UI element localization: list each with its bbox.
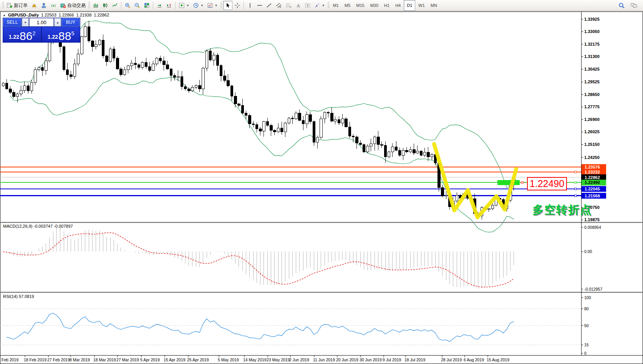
- candle-body: [45, 61, 48, 70]
- auto-scroll-button[interactable]: [155, 1, 164, 10]
- volume-input[interactable]: [29, 18, 54, 26]
- candle-body: [181, 77, 183, 87]
- toolbar-grip[interactable]: [220, 2, 222, 9]
- sell-price-big: 86: [20, 31, 32, 41]
- annotation-cn-text[interactable]: 多空转折点: [532, 202, 592, 218]
- chevron-down-icon: ▼: [201, 4, 204, 7]
- tab-timeframe-m5[interactable]: M5: [342, 0, 353, 10]
- bar-chart-mode-button[interactable]: [91, 1, 100, 10]
- candle-body: [109, 49, 112, 61]
- rsi-tick-label: 0: [584, 351, 587, 356]
- price-tick-label: 1.30425: [584, 67, 600, 71]
- candle-body: [116, 58, 119, 69]
- horizontal-line-tool-button[interactable]: [255, 1, 264, 10]
- macd-tick-label: 0.008954: [584, 225, 601, 230]
- open-value: 1.22503: [41, 13, 56, 17]
- line-handle[interactable]: [575, 171, 577, 173]
- auto-trading-button[interactable]: 自动交易: [58, 1, 87, 10]
- buy-price-display[interactable]: 1.22 88 5: [42, 27, 80, 42]
- toolbar-grip[interactable]: [2, 2, 4, 9]
- vertical-line-tool-button[interactable]: [245, 1, 255, 10]
- trendline-tool-button[interactable]: [265, 1, 274, 10]
- text-tool-button[interactable]: A: [293, 1, 303, 10]
- candle-body: [191, 88, 194, 91]
- zoom-out-button[interactable]: [133, 1, 142, 10]
- low-value: 1.21938: [76, 13, 92, 17]
- price-callout-label[interactable]: 1.22490: [527, 177, 567, 190]
- rsi-tick-label: 100: [584, 295, 591, 300]
- zoom-in-button[interactable]: [123, 1, 132, 10]
- tab-timeframe-m30[interactable]: M30: [368, 0, 381, 10]
- candle-body: [152, 64, 155, 70]
- candle-body: [291, 118, 294, 119]
- line-handle[interactable]: [575, 182, 577, 184]
- sell-button[interactable]: SELL: [3, 18, 22, 26]
- candle-body: [381, 145, 383, 146]
- candle-body: [309, 114, 312, 122]
- search-button[interactable]: [617, 1, 626, 10]
- candle-body: [395, 147, 398, 150]
- candle-body: [413, 150, 416, 153]
- channel-tool-button[interactable]: E: [274, 1, 283, 10]
- tab-timeframe-h1[interactable]: H1: [381, 0, 392, 10]
- line-chart-mode-button[interactable]: [110, 1, 119, 10]
- deposit-button[interactable]: [30, 1, 39, 10]
- tab-timeframe-m15[interactable]: M15: [353, 0, 367, 10]
- indicators-button[interactable]: ▼: [177, 1, 191, 10]
- collapse-arrow-icon[interactable]: ▲: [3, 13, 6, 17]
- candle-body: [366, 146, 369, 152]
- fibonacci-tool-button[interactable]: F: [284, 1, 293, 10]
- chevron-down-icon: ▼: [186, 4, 189, 7]
- text-label-tool-button[interactable]: T: [303, 1, 312, 10]
- line-handle[interactable]: [575, 195, 577, 197]
- candle-body: [120, 69, 123, 74]
- highlight-band-object[interactable]: [497, 180, 520, 185]
- pane-separator[interactable]: [0, 222, 643, 223]
- fibonacci-icon: F: [285, 2, 292, 8]
- line-handle[interactable]: [575, 188, 577, 190]
- candle-body: [456, 195, 458, 201]
- candle-body: [431, 155, 433, 157]
- cursor-tool-button[interactable]: [223, 1, 232, 10]
- clock-icon: [193, 2, 199, 8]
- candle-body: [488, 209, 491, 210]
- new-order-button[interactable]: 新订单: [5, 1, 29, 10]
- volume-decrease-button[interactable]: ▼: [22, 18, 29, 26]
- zoom-out-icon: [134, 2, 140, 8]
- chat-button[interactable]: [629, 1, 639, 10]
- auto-scroll-icon: [156, 2, 162, 8]
- candle-body: [280, 128, 283, 132]
- time-tick-label: 8 Feb 2019: [0, 357, 18, 362]
- tab-timeframe-m1[interactable]: M1: [330, 0, 341, 10]
- buy-button[interactable]: BUY: [61, 18, 80, 26]
- gold-ingot-icon: [31, 2, 37, 8]
- crosshair-tool-button[interactable]: [233, 1, 242, 10]
- pane-separator[interactable]: [0, 292, 643, 293]
- candle-body: [423, 152, 426, 155]
- sell-price-display[interactable]: 1.22 86 2: [3, 27, 41, 42]
- tab-timeframe-h4[interactable]: H4: [393, 0, 403, 10]
- tab-timeframe-w1[interactable]: W1: [416, 0, 428, 10]
- tab-timeframe-d1[interactable]: D1: [404, 0, 415, 11]
- candle-body: [230, 86, 233, 96]
- toolbar-grip[interactable]: [328, 2, 329, 9]
- periods-button[interactable]: ▼: [191, 1, 205, 10]
- price-tick-label: 1.19875: [584, 217, 600, 222]
- time-tick-label: 25 Apr 2019: [187, 357, 209, 362]
- candle-body: [145, 63, 147, 67]
- arrows-tool-button[interactable]: ▼: [313, 1, 326, 10]
- chart-shift-button[interactable]: [164, 1, 174, 10]
- toolbar-grip[interactable]: [88, 2, 90, 9]
- volume-increase-button[interactable]: ▲: [54, 18, 61, 26]
- templates-button[interactable]: ▼: [205, 1, 219, 10]
- callout-handle[interactable]: [521, 182, 523, 184]
- tile-windows-button[interactable]: [142, 1, 151, 10]
- macd-tick-label: 0.00: [584, 249, 592, 254]
- candle-chart-mode-button[interactable]: [101, 1, 110, 10]
- tab-timeframe-mn[interactable]: MN: [428, 0, 440, 10]
- signals-button[interactable]: [49, 1, 58, 10]
- support-button[interactable]: [39, 1, 48, 10]
- new-order-label: 新订单: [14, 2, 28, 9]
- time-tick-label: 28 Jul 2019: [441, 357, 462, 362]
- price-tick-label: 1.26025: [584, 129, 600, 134]
